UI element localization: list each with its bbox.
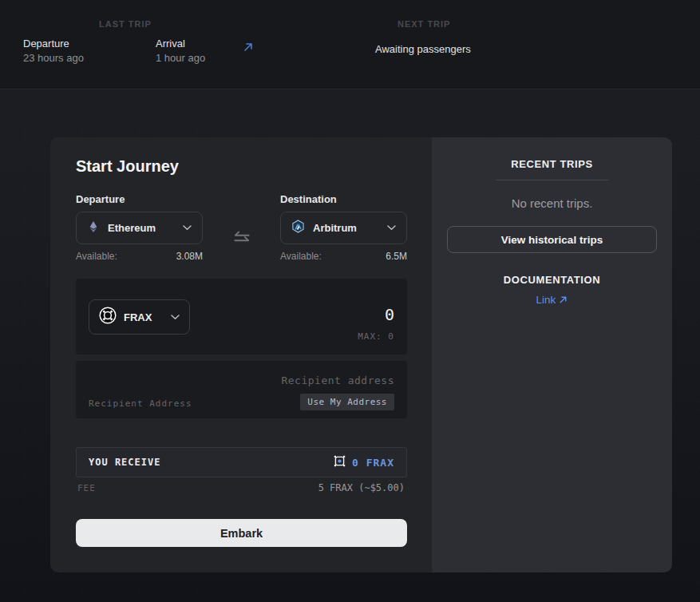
departure-available: Available: 3.08M: [76, 251, 203, 262]
fee-value: 5 FRAX (~$5.00): [318, 482, 405, 493]
last-trip-title: LAST TRIP: [99, 19, 152, 29]
documentation-link[interactable]: Link: [432, 294, 672, 307]
divider: [496, 180, 608, 180]
recent-trips-sidebar: RECENT TRIPS No recent trips. View histo…: [432, 137, 672, 572]
frax-icon: [99, 307, 117, 327]
use-my-address-button[interactable]: Use My Address: [300, 394, 394, 410]
amount-panel: FRAX MAX: 0: [76, 279, 407, 354]
trip-status-bar: LAST TRIP Departure 23 hours ago Arrival…: [0, 0, 700, 89]
you-receive-amount: 0 FRAX: [334, 455, 394, 470]
departure-chain-select[interactable]: Ethereum: [76, 212, 203, 244]
view-historical-trips-button[interactable]: View historical trips: [447, 226, 657, 253]
swap-arrows-icon[interactable]: [231, 228, 252, 248]
token-select[interactable]: FRAX: [89, 299, 190, 335]
destination-chain-name: Arbitrum: [313, 222, 357, 234]
journey-form: Start Journey Departure Destination Ethe…: [50, 137, 432, 572]
available-value: 3.08M: [176, 251, 203, 262]
recent-trips-title: RECENT TRIPS: [432, 158, 672, 170]
external-link-icon: [559, 295, 568, 307]
ethereum-icon: [87, 220, 100, 236]
no-recent-trips-text: No recent trips.: [432, 196, 672, 210]
recipient-panel: Recipient Address Use My Address: [76, 361, 407, 418]
arrival-label: Arrival: [156, 38, 205, 50]
max-balance-label: MAX: 0: [358, 331, 394, 342]
you-receive-label: YOU RECEIVE: [89, 457, 160, 468]
last-trip-departure: Departure 23 hours ago: [23, 38, 84, 64]
available-value: 6.5M: [386, 251, 407, 262]
arrival-time: 1 hour ago: [156, 52, 205, 64]
chevron-down-icon: [387, 225, 396, 231]
you-receive-value: 0 FRAX: [352, 457, 394, 469]
embark-button[interactable]: Embark: [76, 519, 407, 547]
departure-time: 23 hours ago: [23, 52, 84, 64]
documentation-title: DOCUMENTATION: [432, 274, 672, 286]
page-background: LAST TRIP Departure 23 hours ago Arrival…: [0, 0, 700, 602]
frax-icon: [334, 455, 346, 470]
departure-chain-name: Ethereum: [108, 222, 156, 234]
documentation-link-label: Link: [536, 294, 556, 306]
token-name: FRAX: [124, 311, 152, 323]
page-title: Start Journey: [76, 157, 179, 176]
destination-field-label: Destination: [280, 193, 337, 205]
arbitrum-icon: [291, 220, 305, 236]
amount-input[interactable]: [259, 305, 394, 324]
available-label: Available:: [280, 251, 322, 262]
external-link-icon[interactable]: [243, 42, 254, 53]
fee-row: FEE 5 FRAX (~$5.00): [76, 482, 407, 493]
fee-label: FEE: [77, 483, 96, 493]
destination-available: Available: 6.5M: [280, 251, 407, 262]
departure-field-label: Departure: [76, 193, 125, 205]
available-label: Available:: [76, 251, 117, 262]
bridge-card: Start Journey Departure Destination Ethe…: [50, 137, 672, 572]
destination-chain-select[interactable]: Arbitrum: [280, 212, 407, 244]
next-trip-title: NEXT TRIP: [397, 19, 450, 29]
last-trip-arrival: Arrival 1 hour ago: [156, 38, 205, 64]
departure-label: Departure: [23, 38, 84, 50]
chevron-down-icon: [183, 225, 192, 231]
recipient-address-label: Recipient Address: [89, 398, 192, 409]
you-receive-row: YOU RECEIVE 0 FRAX: [76, 447, 407, 477]
next-trip-status: Awaiting passengers: [375, 43, 471, 55]
recipient-address-input[interactable]: [188, 374, 394, 386]
chevron-down-icon: [171, 315, 180, 320]
